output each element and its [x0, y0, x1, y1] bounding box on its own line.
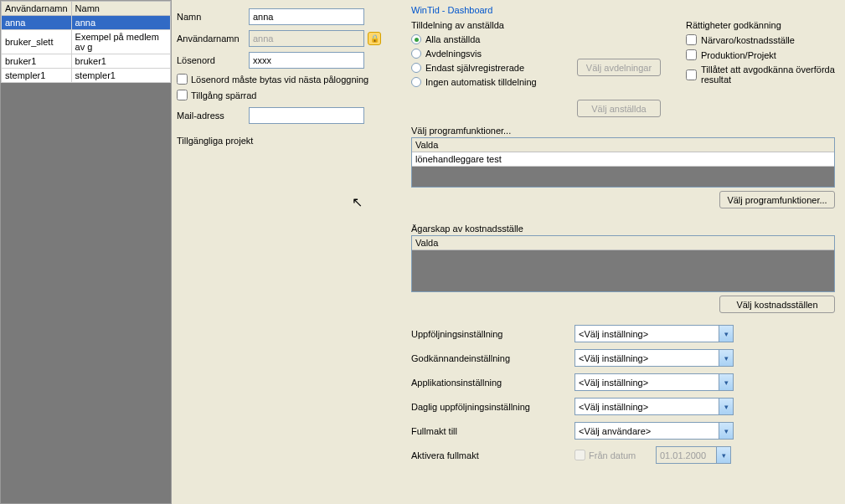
attendance-checkbox[interactable]	[686, 34, 697, 45]
daily-label: Daglig uppföljningsinställning	[411, 402, 574, 412]
table-row[interactable]: bruker_slettExempel på medlem av g	[2, 30, 171, 54]
name-label: Namn	[177, 12, 249, 22]
lock-icon[interactable]: 🔒	[368, 32, 381, 45]
mail-label: Mail-adress	[177, 111, 249, 121]
proxy-value: <Välj användare>	[579, 426, 651, 436]
chevron-down-icon[interactable]	[719, 350, 733, 366]
mail-input[interactable]	[249, 107, 364, 124]
select-dept-button: Välj avdelningar	[577, 59, 661, 76]
user-table[interactable]: Användarnamn Namn annaannabruker_slettEx…	[1, 1, 171, 83]
col-name[interactable]: Namn	[71, 2, 170, 16]
radio-all-label: Alla anställda	[425, 34, 480, 44]
radio-noneauto[interactable]	[411, 77, 421, 87]
table-row[interactable]: stempler1stempler1	[2, 69, 171, 83]
access-blocked-label: Tillgång spärrad	[191, 90, 256, 100]
daily-value: <Välj inställning>	[579, 402, 648, 412]
from-date-label: Från datum	[589, 450, 656, 460]
cell-username: anna	[2, 16, 72, 30]
password-input[interactable]	[249, 52, 364, 69]
select-emp-button: Välj anställda	[577, 100, 661, 117]
radio-dept-label: Avdelningsvis	[425, 49, 482, 59]
must-change-pwd-label: Lösenord måste bytas vid nästa påloggnin…	[191, 75, 368, 85]
chevron-down-icon[interactable]	[719, 423, 733, 439]
radio-selfreg[interactable]	[411, 63, 421, 73]
radio-all[interactable]	[411, 34, 421, 44]
user-form-panel: Namn Användarnamn 🔒 Lösenord Lösenord må…	[172, 0, 406, 504]
daily-dropdown[interactable]: <Välj inställning>	[574, 398, 734, 415]
app-label: Applikationsinställning	[411, 378, 574, 388]
approval-label: Godkännandeinställning	[411, 353, 574, 363]
approval-value: <Välj inställning>	[579, 353, 648, 363]
app-value: <Välj inställning>	[579, 378, 648, 388]
app-dropdown[interactable]: <Välj inställning>	[574, 373, 734, 391]
progfunc-label: Välj programfunktioner...	[411, 126, 835, 136]
production-checkbox[interactable]	[686, 49, 697, 60]
cell-name: stempler1	[71, 69, 170, 83]
followup-value: <Välj inställning>	[579, 329, 648, 339]
radio-selfreg-label: Endast självregistrerade	[425, 63, 524, 73]
projects-label: Tillgängliga projekt	[177, 136, 401, 146]
from-date-picker: 01.01.2000	[656, 446, 731, 464]
chevron-down-icon[interactable]	[719, 374, 733, 390]
followup-dropdown[interactable]: <Välj inställning>	[574, 325, 734, 342]
cell-name: bruker1	[71, 54, 170, 69]
ownership-label: Ägarskap av kostnadsställe	[411, 224, 835, 234]
col-username[interactable]: Användarnamn	[2, 2, 72, 16]
approve-label: Tillåtet att avgodkänna överförda result…	[701, 64, 835, 85]
attendance-label: Närvaro/kostnadsställe	[701, 35, 795, 45]
activate-proxy-label: Aktivera fullmakt	[411, 450, 574, 460]
listbox-header: Valda	[412, 138, 834, 152]
app-title: WinTid - Dashboard	[411, 5, 835, 15]
cell-username: stempler1	[2, 69, 72, 83]
proxy-label: Fullmakt till	[411, 426, 574, 436]
cell-name: anna	[71, 16, 170, 30]
from-date-value: 01.01.2000	[660, 450, 706, 460]
assign-title: Tilldelning av anställda	[411, 20, 560, 30]
select-progfunc-button[interactable]: Välj programfunktioner...	[719, 191, 835, 208]
cell-name: Exempel på medlem av g	[71, 30, 170, 54]
chevron-down-icon[interactable]	[719, 326, 733, 342]
password-label: Lösenord	[177, 55, 249, 65]
approval-dropdown[interactable]: <Välj inställning>	[574, 349, 734, 367]
cell-username: bruker_slett	[2, 30, 72, 54]
from-date-checkbox	[574, 450, 585, 460]
followup-label: Uppföljningsinställning	[411, 329, 574, 339]
name-input[interactable]	[249, 8, 364, 25]
rights-title: Rättigheter godkänning	[686, 20, 835, 30]
proxy-dropdown[interactable]: <Välj användare>	[574, 422, 734, 440]
radio-dept[interactable]	[411, 49, 421, 59]
dashboard-panel: WinTid - Dashboard Tilldelning av anstäl…	[406, 0, 845, 504]
table-row[interactable]: annaanna	[2, 16, 171, 30]
approve-checkbox[interactable]	[686, 69, 697, 80]
progfunc-listbox[interactable]: Valda lönehandleggare test	[411, 137, 835, 188]
select-costcenter-button[interactable]: Välj kostnadsställen	[719, 296, 835, 313]
list-item[interactable]: lönehandleggare test	[412, 152, 834, 167]
radio-noneauto-label: Ingen automatisk tilldelning	[425, 77, 537, 87]
username-input	[249, 30, 364, 47]
must-change-pwd-checkbox[interactable]	[177, 74, 188, 85]
chevron-down-icon	[716, 447, 730, 463]
cell-username: bruker1	[2, 54, 72, 69]
production-label: Produktion/Projekt	[701, 50, 776, 60]
chevron-down-icon[interactable]	[719, 399, 733, 414]
ownership-listbox[interactable]: Valda	[411, 235, 835, 292]
user-list-panel: Användarnamn Namn annaannabruker_slettEx…	[0, 0, 172, 504]
access-blocked-checkbox[interactable]	[177, 90, 188, 100]
listbox-header: Valda	[412, 236, 834, 250]
table-row[interactable]: bruker1bruker1	[2, 54, 171, 69]
username-label: Användarnamn	[177, 33, 249, 44]
